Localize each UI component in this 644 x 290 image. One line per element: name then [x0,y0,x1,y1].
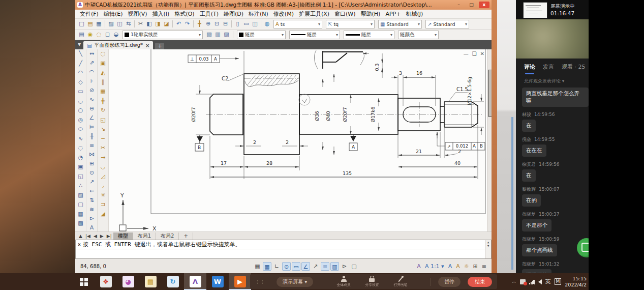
taskbar-app-explorer[interactable]: ▤ [139,273,162,290]
annotation-icon[interactable]: A [416,262,422,271]
command-scroll-down-icon[interactable]: ▼ [485,244,491,247]
command-scroll-up-icon[interactable]: ▲ [485,240,491,244]
join-icon[interactable]: ⊐ [98,200,108,210]
tab-model[interactable]: 模型 [113,233,133,240]
action-center-flag-icon[interactable] [520,279,526,284]
share-screen-menu-button[interactable]: 演示屏幕 ▾ [277,277,313,287]
taskbar-app-zwcad[interactable]: Λ [184,273,206,290]
webcam-video[interactable] [516,19,589,59]
dim-spacing-icon[interactable]: ≡ [87,141,97,150]
color-combo[interactable]: 随层▾ [237,31,286,39]
dim-linear-icon[interactable]: ↔ [87,49,97,59]
open-icon[interactable]: ▤ [86,20,95,28]
mdi-close-button[interactable]: ✕ [480,51,484,56]
menu-扩展工具(X)[interactable]: 扩展工具(X) [296,10,332,18]
trim-icon[interactable]: ✂ [98,143,108,153]
image-icon[interactable]: ▩ [76,219,85,228]
pline-icon[interactable]: ◠ [76,68,85,78]
tab-speak[interactable]: 发言 [543,63,554,71]
tab-layout1[interactable]: 布局1 [133,233,156,240]
pickbox-toggle[interactable]: ▢ [350,262,358,271]
dim-ordinate-icon[interactable]: ⊦ [87,77,97,86]
taskbar-app-paint[interactable]: ◕ [117,273,139,290]
mdi-minimize-button[interactable]: — [464,51,469,56]
point-icon[interactable]: ∴ [76,181,85,191]
copy-icon[interactable]: ◧ [145,20,154,28]
menu-编辑(E)[interactable]: 编辑(E) [101,10,126,18]
annovis-icon[interactable]: A [447,262,453,271]
taskbar-app-slides[interactable]: ▶ [229,273,251,290]
pan-icon[interactable]: ╋ [195,20,204,28]
chamfer-icon[interactable]: ◿ [98,172,108,182]
rotate-icon[interactable]: ↻ [98,106,108,115]
menu-修改(M)[interactable]: 修改(M) [271,10,296,18]
layer-properties-icon[interactable]: ▤ [77,31,86,39]
wipeout-icon[interactable]: ◔ [76,153,85,163]
snap-toggle[interactable]: ▦ [253,262,262,271]
start-button[interactable] [74,273,94,290]
publish-icon[interactable]: ⇆ [124,20,133,28]
taskbar-clock[interactable]: 15:15 2022/4/2 [565,276,587,288]
share-settings-button[interactable]: 分享设置 [361,276,383,287]
hidden-icons-chevron[interactable]: ︿ [512,279,516,284]
dim-edit-icon[interactable]: ⇅ [87,196,97,205]
annoscale-dropdown[interactable]: A 1:1 ▾ [424,262,445,271]
preview-icon[interactable]: ◫ [115,20,124,28]
table-style-combo[interactable]: ▦ Standard▾ [378,20,422,28]
osnap-toggle[interactable]: ▭ [292,262,300,271]
members-button[interactable]: 全体成员 [333,276,354,287]
tab-viewers[interactable]: 观看 · 25 [562,63,586,71]
insert-icon[interactable]: ◱ [76,172,85,182]
lwt-toggle[interactable]: ↗ [311,262,320,271]
viewport2-icon[interactable]: ▭ [242,20,251,28]
layer-combo[interactable]: 1轮廓实线层▾ [122,31,203,39]
viewport-icon[interactable]: ▯ [233,20,242,28]
grid-toggle[interactable]: ▦ [263,262,271,271]
erase-icon[interactable]: ◌ [98,49,108,59]
ime-indicator[interactable]: M [555,278,562,285]
screenshare-header[interactable]: 屏幕演示中 01:16:47 [516,0,589,19]
command-scrollbar[interactable]: ▲ ▼ [485,240,491,258]
dim-break-icon[interactable]: ⋈ [87,150,97,159]
lineweight-combo[interactable]: 随层▾ [344,31,394,39]
spline-icon[interactable]: ∿ [76,134,85,144]
offset-icon[interactable]: ∥ [98,78,108,88]
new-icon[interactable]: □ [77,20,86,28]
maximize-button[interactable]: □ [466,2,477,8]
tab-comments[interactable]: 评论 [524,63,535,71]
print-icon[interactable]: ▨ [107,20,115,28]
dim-diameter-icon[interactable]: ⊖ [87,104,97,113]
dim-aligned-icon[interactable]: ⇗ [87,59,97,68]
otrack-toggle[interactable]: ∠ [301,262,310,271]
redo-icon[interactable]: ↷ [183,20,192,28]
center-mark-icon[interactable]: ⊙ [87,168,97,178]
linetype-combo[interactable]: 随层▾ [289,31,340,39]
zoom-realtime-icon[interactable]: ⊕ [204,20,212,28]
menu-APP+[interactable]: APP+ [383,10,403,18]
ellipse-icon[interactable]: ⬭ [76,125,85,134]
hatch-icon[interactable]: ▨ [76,191,85,200]
minimize-button[interactable]: – [453,2,464,8]
mleader-style-combo[interactable]: ↗ Standard▾ [425,20,469,28]
tab-close-icon[interactable]: × [145,43,149,48]
pause-share-button[interactable]: 暂停 [438,277,461,287]
menu-格式(O)[interactable]: 格式(O) [172,10,197,18]
taskbar-app-sync[interactable]: ↻ [162,273,184,290]
menu-标注(N)[interactable]: 标注(N) [246,10,271,18]
ortho-toggle[interactable]: ∟ [272,262,281,271]
cycle-toggle[interactable]: ⊳ [340,262,349,271]
circle-icon[interactable]: ○ [76,106,85,115]
mirror-icon[interactable]: ◭ [98,68,108,78]
layout-nav-◀[interactable]: ◀ [92,234,99,239]
dim-update-icon[interactable]: ≋ [87,205,97,214]
settings-gear-icon[interactable]: ☼ [463,262,470,271]
autoscale-icon[interactable]: A [455,262,461,271]
qleader-icon[interactable]: ⇜ [87,187,97,196]
dim-style-combo[interactable]: ⇱ tq▾ [326,20,375,28]
menu-插入(I)[interactable]: 插入(I) [150,10,172,18]
lengthen-icon[interactable]: ─ [98,134,108,144]
menu-窗口(W)[interactable]: 窗口(W) [332,10,358,18]
plotstyle-combo[interactable]: 随颜色▾ [398,31,439,39]
menu-文件(F)[interactable]: 文件(F) [77,10,101,18]
layer-walk-icon[interactable]: ▨ [222,31,231,39]
